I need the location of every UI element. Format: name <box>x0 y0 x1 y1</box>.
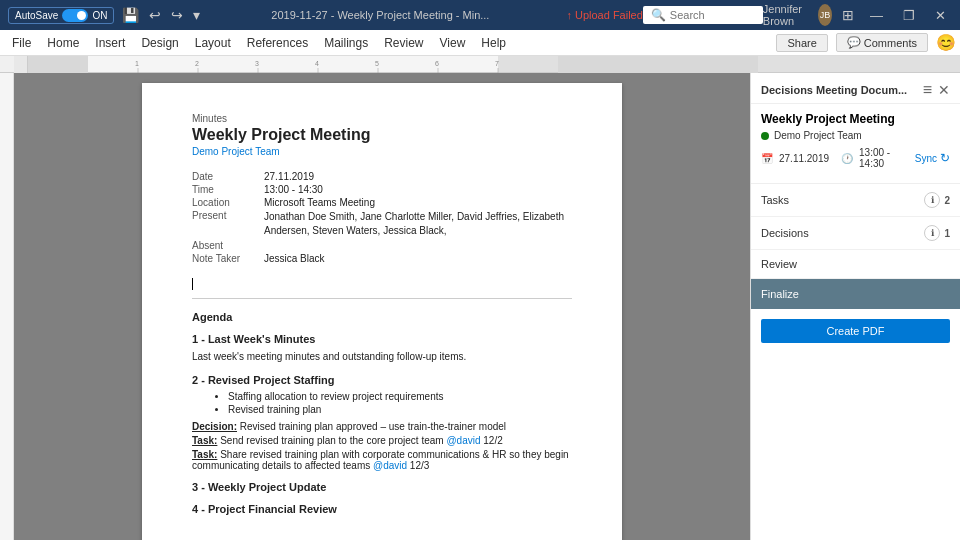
task2-mention[interactable]: @david <box>373 460 407 471</box>
create-pdf-section: Create PDF <box>751 309 960 353</box>
autosave-dot <box>77 11 86 20</box>
ruler-content: 1 2 3 4 5 6 7 <box>28 56 960 72</box>
menu-review[interactable]: Review <box>376 33 431 53</box>
clock-icon: 🕐 <box>841 153 853 164</box>
autosave-toggle[interactable] <box>62 9 88 22</box>
sidebar-item-decisions[interactable]: Decisions ℹ 1 <box>751 217 960 250</box>
sidebar-close-button[interactable]: ✕ <box>938 82 950 98</box>
sidebar-item-review[interactable]: Review <box>751 250 960 279</box>
menu-design[interactable]: Design <box>133 33 186 53</box>
undo-icon[interactable]: ↩ <box>147 5 163 25</box>
redo-icon[interactable]: ↪ <box>169 5 185 25</box>
ruler: 1 2 3 4 5 6 7 <box>0 56 960 73</box>
search-bar[interactable]: 🔍 <box>643 6 763 24</box>
section2-heading[interactable]: 2 - Revised Project Staffing <box>192 374 572 386</box>
close-button[interactable]: ✕ <box>929 8 952 23</box>
team-status-dot <box>761 132 769 140</box>
present-label: Present <box>192 210 264 238</box>
emoji-button[interactable]: 😊 <box>936 33 956 52</box>
task1-mention[interactable]: @david <box>446 435 480 446</box>
sidebar-item-tasks[interactable]: Tasks ℹ 2 <box>751 184 960 217</box>
section2-task2: Task: Share revised training plan with c… <box>192 449 572 471</box>
comments-label: Comments <box>864 37 917 49</box>
meta-date: Date 27.11.2019 <box>192 171 572 182</box>
left-margin-bar <box>0 73 14 540</box>
document-title: 2019-11-27 - Weekly Project Meeting - Mi… <box>202 9 558 21</box>
task1-date[interactable]: 12/2 <box>480 435 502 446</box>
tasks-badge: ℹ 2 <box>924 192 950 208</box>
decisions-count: 1 <box>944 228 950 239</box>
section2-bullet1[interactable]: Staffing allocation to review project re… <box>228 391 572 402</box>
menu-help[interactable]: Help <box>473 33 514 53</box>
notetaker-label: Note Taker <box>192 253 264 264</box>
task2-date[interactable]: 12/3 <box>407 460 429 471</box>
notetaker-value[interactable]: Jessica Black <box>264 253 325 264</box>
sync-button[interactable]: Sync ↻ <box>915 151 950 165</box>
svg-text:5: 5 <box>375 60 379 67</box>
doc-meeting-title[interactable]: Weekly Project Meeting <box>192 126 572 144</box>
present-value[interactable]: Jonathan Doe Smith, Jane Charlotte Mille… <box>264 210 572 238</box>
save-icon[interactable]: 💾 <box>120 5 141 25</box>
team-name: Demo Project Team <box>774 130 862 141</box>
sidebar-more-icon[interactable]: ≡ <box>923 81 932 99</box>
date-value[interactable]: 27.11.2019 <box>264 171 314 182</box>
menu-insert[interactable]: Insert <box>87 33 133 53</box>
sync-icon: ↻ <box>940 151 950 165</box>
menu-layout[interactable]: Layout <box>187 33 239 53</box>
absent-label: Absent <box>192 240 264 251</box>
decisions-badge: ℹ 1 <box>924 225 950 241</box>
title-bar-left: AutoSave ON 💾 ↩ ↪ ▾ <box>8 5 202 25</box>
finalize-item[interactable]: Finalize <box>751 279 960 309</box>
minimize-button[interactable]: — <box>864 8 889 23</box>
date-label: Date <box>192 171 264 182</box>
location-value[interactable]: Microsoft Teams Meeting <box>264 197 375 208</box>
search-input[interactable] <box>670 9 755 21</box>
menu-mailings[interactable]: Mailings <box>316 33 376 53</box>
text-cursor <box>192 278 193 290</box>
review-label: Review <box>761 258 797 270</box>
svg-text:4: 4 <box>315 60 319 67</box>
section1-text[interactable]: Last week's meeting minutes and outstand… <box>192 350 572 364</box>
tasks-label: Tasks <box>761 194 789 206</box>
tasks-info-icon: ℹ <box>924 192 940 208</box>
autosave-label: AutoSave <box>15 10 58 21</box>
agenda-label[interactable]: Agenda <box>192 311 572 323</box>
autosave-badge[interactable]: AutoSave ON <box>8 7 114 24</box>
section4-heading[interactable]: 4 - Project Financial Review <box>192 503 572 515</box>
apps-icon[interactable]: ⊞ <box>840 5 856 25</box>
document-area[interactable]: Minutes Weekly Project Meeting Demo Proj… <box>14 73 750 540</box>
meta-absent: Absent <box>192 240 572 251</box>
create-pdf-button[interactable]: Create PDF <box>761 319 950 343</box>
user-name: Jennifer Brown <box>763 3 810 27</box>
title-bar: AutoSave ON 💾 ↩ ↪ ▾ 2019-11-27 - Weekly … <box>0 0 960 30</box>
section1-heading[interactable]: 1 - Last Week's Minutes <box>192 333 572 345</box>
finalize-label: Finalize <box>761 288 799 300</box>
menu-references[interactable]: References <box>239 33 316 53</box>
meeting-title: Weekly Project Meeting <box>761 112 950 126</box>
doc-metadata: Date 27.11.2019 Time 13:00 - 14:30 Locat… <box>192 171 572 264</box>
doc-team-name[interactable]: Demo Project Team <box>192 146 572 157</box>
sidebar-header: Decisions Meeting Docum... ≡ ✕ <box>751 73 960 104</box>
menu-bar: File Home Insert Design Layout Reference… <box>0 30 960 56</box>
document-page[interactable]: Minutes Weekly Project Meeting Demo Proj… <box>142 83 622 540</box>
comments-button[interactable]: 💬 Comments <box>836 33 928 52</box>
decision-text[interactable]: Revised training plan approved – use tra… <box>240 421 506 432</box>
task1-text[interactable]: Send revised training plan to the core p… <box>220 435 446 446</box>
document-scroll[interactable]: Minutes Weekly Project Meeting Demo Proj… <box>14 73 750 540</box>
menu-home[interactable]: Home <box>39 33 87 53</box>
share-button[interactable]: Share <box>776 34 827 52</box>
sidebar-meeting: Weekly Project Meeting Demo Project Team… <box>751 104 960 184</box>
meta-location: Location Microsoft Teams Meeting <box>192 197 572 208</box>
location-label: Location <box>192 197 264 208</box>
time-label: Time <box>192 184 264 195</box>
restore-button[interactable]: ❐ <box>897 8 921 23</box>
menu-view[interactable]: View <box>432 33 474 53</box>
meeting-time: 13:00 - 14:30 <box>859 147 909 169</box>
section3-heading[interactable]: 3 - Weekly Project Update <box>192 481 572 493</box>
section2-bullet2[interactable]: Revised training plan <box>228 404 572 415</box>
decisions-info-icon: ℹ <box>924 225 940 241</box>
tasks-count: 2 <box>944 195 950 206</box>
quick-access-dropdown[interactable]: ▾ <box>191 5 202 25</box>
time-value[interactable]: 13:00 - 14:30 <box>264 184 323 195</box>
menu-file[interactable]: File <box>4 33 39 53</box>
